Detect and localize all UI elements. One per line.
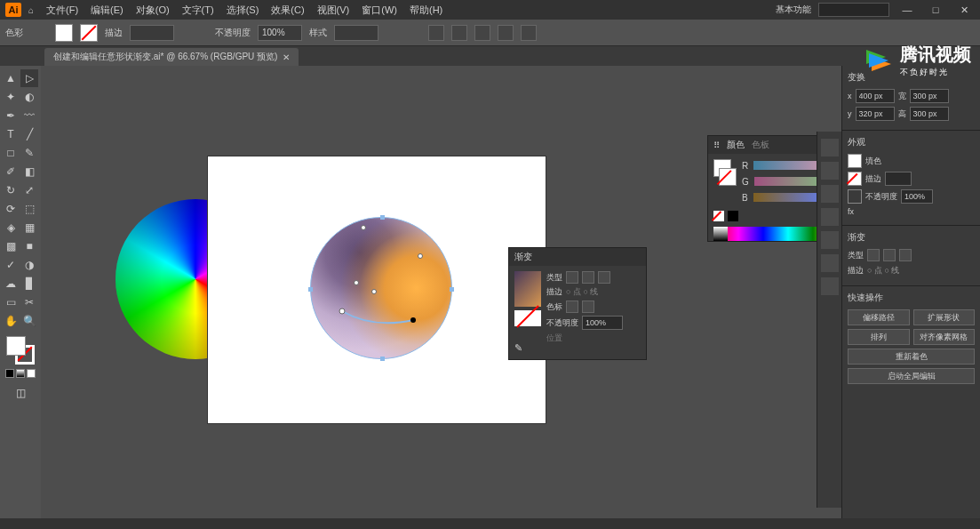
graph-tool[interactable]: ▊ bbox=[20, 275, 38, 293]
cp-stroke-swatch[interactable] bbox=[719, 168, 737, 186]
rotate-tool[interactable]: ↻ bbox=[2, 181, 20, 199]
rp-fill-swatch[interactable] bbox=[848, 154, 862, 168]
quick-btn-4[interactable]: 对齐像素网格 bbox=[913, 329, 976, 345]
menu-view[interactable]: 视图(V) bbox=[312, 2, 355, 19]
rp-opacity-input[interactable] bbox=[901, 189, 933, 204]
scale-tool[interactable]: ⤢ bbox=[20, 181, 38, 199]
linear-gradient-btn[interactable] bbox=[566, 271, 578, 284]
swatches-panel-tab[interactable]: 色板 bbox=[752, 139, 769, 151]
lasso-tool[interactable]: ◐ bbox=[20, 88, 38, 106]
rp-stroke-weight[interactable] bbox=[885, 172, 912, 186]
stroke-swatch[interactable] bbox=[80, 24, 98, 42]
isolate-icon[interactable] bbox=[521, 25, 537, 41]
artwork-freeform-gradient[interactable] bbox=[310, 217, 452, 359]
transform-icon[interactable] bbox=[474, 25, 490, 41]
line-tool[interactable]: ╱ bbox=[20, 125, 38, 143]
quick-btn-3[interactable]: 排列 bbox=[848, 329, 910, 345]
quick-btn-5[interactable]: 重新着色 bbox=[848, 349, 975, 365]
gradient-stroke-swatch[interactable] bbox=[514, 310, 541, 326]
free-transform-tool[interactable]: ⬚ bbox=[20, 200, 38, 218]
shape-builder-tool[interactable]: ◈ bbox=[2, 219, 20, 236]
stop-btn-1[interactable] bbox=[566, 301, 578, 313]
properties-icon[interactable] bbox=[821, 139, 839, 156]
type-tool[interactable]: T bbox=[2, 125, 20, 143]
shape-icon[interactable] bbox=[498, 25, 514, 41]
rp-freeform-btn[interactable] bbox=[899, 249, 912, 261]
freeform-gradient-btn[interactable] bbox=[598, 271, 610, 284]
menu-help[interactable]: 帮助(H) bbox=[404, 2, 448, 19]
hand-tool[interactable]: ✋ bbox=[2, 312, 20, 330]
magic-wand-tool[interactable]: ✦ bbox=[2, 88, 20, 106]
style-dropdown[interactable] bbox=[334, 25, 378, 41]
rp-linear-btn[interactable] bbox=[867, 249, 880, 261]
screen-mode-btn[interactable]: ◫ bbox=[12, 384, 29, 402]
menu-edit[interactable]: 编辑(E) bbox=[85, 2, 129, 19]
rp-opacity-swatch[interactable] bbox=[848, 189, 862, 204]
rp-radial-btn[interactable] bbox=[883, 249, 896, 261]
paintbrush-tool[interactable]: ✎ bbox=[20, 144, 38, 162]
black-swatch[interactable] bbox=[728, 211, 738, 221]
symbol-tool[interactable]: ☁ bbox=[2, 275, 20, 293]
layers-icon[interactable] bbox=[821, 162, 839, 180]
menu-object[interactable]: 对象(O) bbox=[131, 2, 175, 19]
y-input[interactable] bbox=[856, 107, 895, 121]
close-tab-icon[interactable]: ✕ bbox=[283, 52, 290, 62]
gp-opacity-dropdown[interactable]: 100% bbox=[582, 316, 623, 330]
minimize-button[interactable]: — bbox=[896, 3, 918, 17]
x-input[interactable] bbox=[856, 89, 895, 103]
pen-tool[interactable]: ✒ bbox=[2, 107, 20, 124]
opacity-dropdown[interactable]: 100% bbox=[258, 25, 302, 41]
curvature-tool[interactable]: 〰 bbox=[20, 107, 38, 124]
gradient-tool[interactable]: ■ bbox=[20, 237, 38, 255]
eyedropper-tool[interactable]: ✓ bbox=[2, 256, 20, 274]
gradient-panel[interactable]: 渐变 ✎ 类型 描边 ○ 点 ○ 线 色标 bbox=[508, 247, 647, 360]
shaper-tool[interactable]: ✐ bbox=[2, 163, 20, 180]
stroke-weight-dropdown[interactable] bbox=[130, 25, 174, 41]
eyedropper-icon[interactable]: ✎ bbox=[514, 342, 541, 354]
align-icon[interactable] bbox=[428, 25, 444, 41]
maximize-button[interactable]: □ bbox=[925, 3, 946, 17]
none-swatch[interactable] bbox=[713, 211, 724, 221]
stop-btn-2[interactable] bbox=[582, 301, 594, 313]
none-mode-btn[interactable] bbox=[27, 369, 36, 378]
color-panel-tab[interactable]: 颜色 bbox=[727, 139, 745, 151]
close-button[interactable]: ✕ bbox=[953, 3, 975, 17]
menu-window[interactable]: 窗口(W) bbox=[356, 2, 402, 19]
menu-type[interactable]: 文字(T) bbox=[177, 2, 219, 19]
quick-btn-2[interactable]: 扩展形状 bbox=[913, 309, 976, 325]
mesh-tool[interactable]: ▩ bbox=[2, 237, 20, 255]
workspace-switcher[interactable]: 基本功能 bbox=[776, 4, 811, 16]
libraries-icon[interactable] bbox=[821, 185, 839, 203]
gradient-mode-btn[interactable] bbox=[16, 369, 25, 378]
h-input[interactable] bbox=[910, 107, 949, 121]
blend-tool[interactable]: ◑ bbox=[20, 256, 38, 274]
rp-stroke-swatch[interactable] bbox=[848, 172, 862, 186]
perspective-tool[interactable]: ▦ bbox=[20, 219, 38, 236]
gradient-preview-swatch[interactable] bbox=[514, 271, 541, 307]
artboard-tool[interactable]: ▭ bbox=[2, 293, 20, 311]
rectangle-tool[interactable]: □ bbox=[2, 144, 20, 162]
color-mode-btn[interactable] bbox=[5, 369, 14, 378]
rp-icon-4[interactable] bbox=[821, 208, 839, 226]
search-input[interactable] bbox=[818, 3, 889, 17]
selection-tool[interactable]: ▲ bbox=[2, 69, 20, 87]
eraser-tool[interactable]: ◧ bbox=[20, 163, 38, 180]
menu-select[interactable]: 选择(S) bbox=[221, 2, 265, 19]
direct-selection-tool[interactable]: ▷ bbox=[20, 69, 38, 87]
menu-effect[interactable]: 效果(C) bbox=[266, 2, 309, 19]
rp-icon-7[interactable] bbox=[821, 277, 839, 295]
zoom-tool[interactable]: 🔍 bbox=[20, 312, 38, 330]
menu-file[interactable]: 文件(F) bbox=[41, 2, 84, 19]
quick-btn-1[interactable]: 偏移路径 bbox=[848, 309, 910, 325]
width-tool[interactable]: ⟳ bbox=[2, 200, 20, 218]
w-input[interactable] bbox=[910, 89, 949, 103]
rp-icon-5[interactable] bbox=[821, 231, 839, 249]
slice-tool[interactable]: ✂ bbox=[20, 293, 38, 311]
fill-stroke-indicator[interactable] bbox=[6, 336, 35, 365]
align-icon-2[interactable] bbox=[451, 25, 467, 41]
panel-grip-icon[interactable]: ⠿ bbox=[713, 140, 720, 150]
quick-btn-6[interactable]: 启动全局编辑 bbox=[848, 368, 975, 384]
document-tab[interactable]: 创建和编辑任意形状渐变.ai* @ 66.67% (RGB/GPU 预览) ✕ bbox=[44, 48, 299, 66]
rp-icon-6[interactable] bbox=[821, 254, 839, 272]
fill-swatch[interactable] bbox=[55, 24, 73, 42]
